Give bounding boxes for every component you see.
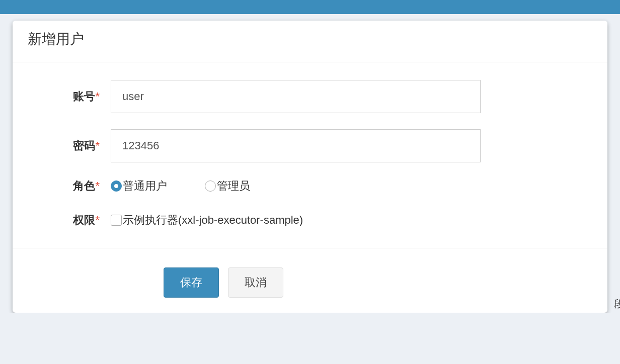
role-field-group: 角色* 普通用户 管理员 bbox=[38, 178, 582, 194]
save-button[interactable]: 保存 bbox=[164, 267, 219, 298]
role-radio-normal[interactable]: 普通用户 bbox=[111, 178, 167, 194]
permission-checkbox-item[interactable]: 示例执行器(xxl-job-executor-sample) bbox=[111, 213, 303, 228]
modal-body: 账号* 密码* 角色* 普通用户 bbox=[13, 62, 607, 248]
add-user-modal: 新增用户 账号* 密码* 角色* bbox=[13, 21, 607, 313]
account-input[interactable] bbox=[111, 80, 481, 113]
background-partial-text: 段 bbox=[614, 297, 620, 311]
permission-label: 权限* bbox=[38, 213, 111, 228]
password-label: 密码* bbox=[38, 138, 111, 153]
role-radio-group: 普通用户 管理员 bbox=[111, 178, 250, 194]
checkbox-icon bbox=[111, 215, 122, 226]
account-label: 账号* bbox=[38, 89, 111, 104]
account-field-group: 账号* bbox=[38, 80, 582, 113]
radio-icon-checked bbox=[111, 180, 122, 192]
password-input[interactable] bbox=[111, 129, 481, 162]
role-radio-admin[interactable]: 管理员 bbox=[205, 178, 250, 194]
cancel-button[interactable]: 取消 bbox=[228, 267, 283, 298]
modal-footer: 保存 取消 bbox=[13, 248, 607, 313]
top-bar bbox=[0, 0, 620, 14]
modal-header: 新增用户 bbox=[13, 21, 607, 62]
modal-title: 新增用户 bbox=[28, 30, 592, 49]
modal-backdrop: 新增用户 账号* 密码* 角色* bbox=[0, 21, 620, 313]
role-label: 角色* bbox=[38, 178, 111, 194]
radio-icon-unchecked bbox=[205, 180, 216, 192]
password-field-group: 密码* bbox=[38, 129, 582, 162]
permission-field-group: 权限* 示例执行器(xxl-job-executor-sample) bbox=[38, 213, 582, 228]
